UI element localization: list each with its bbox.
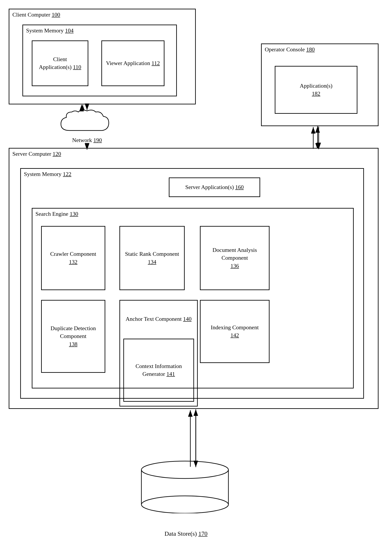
search-engine-box: Search Engine 130 Crawler Component132 S… (32, 208, 354, 388)
client-computer-box: Client Computer 100 System Memory 104 Cl… (9, 9, 196, 104)
document-analysis-component-text: Document Analysis Component136 (201, 246, 269, 270)
svg-point-13 (141, 461, 229, 478)
system-memory-122-box: System Memory 122 Server Application(s) … (20, 168, 364, 399)
context-info-generator-box: Context Information Generator 141 (123, 339, 194, 402)
server-computer-label: Server Computer 120 (12, 151, 61, 157)
system-memory-122-label: System Memory 122 (24, 171, 71, 178)
network-container: Network 190 (57, 109, 117, 144)
server-computer-box: Server Computer 120 System Memory 122 Se… (9, 148, 378, 409)
applications-182-id: 182 (312, 90, 320, 97)
applications-182-box: Application(s)182 (275, 66, 357, 114)
viewer-application-box: Viewer Application 112 (101, 41, 164, 86)
server-computer-id: 120 (53, 151, 61, 157)
server-applications-text: Server Application(s) 160 (185, 184, 244, 190)
svg-point-12 (141, 496, 229, 513)
document-analysis-component-box: Document Analysis Component136 (200, 226, 270, 290)
system-memory-104-box: System Memory 104 ClientApplication(s) 1… (22, 25, 177, 96)
search-engine-label: Search Engine 130 (35, 211, 78, 217)
viewer-application-id: 112 (152, 60, 160, 66)
network-cloud-svg (57, 109, 117, 137)
viewer-application-text: Viewer Application 112 (106, 59, 160, 67)
static-rank-component-id: 134 (148, 259, 156, 265)
anchor-text-component-id: 140 (183, 316, 192, 322)
data-store-id: 170 (198, 530, 208, 537)
data-store-svg (137, 457, 233, 513)
applications-182-text: Application(s)182 (300, 82, 332, 98)
anchor-text-outer-box: Anchor Text Component 140 Context Inform… (119, 300, 198, 407)
client-computer-id: 100 (52, 12, 60, 18)
duplicate-detection-component-box: Duplicate Detection Component138 (41, 300, 105, 373)
indexing-component-box: Indexing Component142 (200, 300, 270, 363)
context-info-generator-text: Context Information Generator 141 (124, 362, 193, 378)
operator-console-label: Operator Console 180 (265, 46, 315, 53)
data-store-label: Data Store(s) 170 (164, 530, 208, 537)
data-store-container: Data Store(s) 170 (137, 457, 235, 526)
client-computer-label: Client Computer 100 (12, 12, 60, 18)
network-id: 190 (93, 137, 102, 143)
system-memory-104-id: 104 (65, 27, 74, 34)
operator-console-id: 180 (306, 46, 315, 53)
system-memory-122-id: 122 (63, 171, 71, 177)
client-application-text: ClientApplication(s) 110 (39, 56, 81, 71)
client-application-box: ClientApplication(s) 110 (32, 41, 88, 86)
anchor-text-label-area: Anchor Text Component 140 (120, 301, 197, 337)
duplicate-detection-component-text: Duplicate Detection Component138 (42, 325, 105, 348)
static-rank-component-box: Static Rank Component134 (119, 226, 185, 290)
server-applications-box: Server Application(s) 160 (169, 178, 260, 197)
client-application-id: 110 (73, 64, 81, 70)
static-rank-component-text: Static Rank Component134 (125, 250, 179, 266)
server-applications-id: 160 (235, 184, 244, 190)
indexing-component-text: Indexing Component142 (211, 324, 259, 339)
network-label: Network 190 (72, 137, 102, 144)
crawler-component-text: Crawler Component132 (50, 250, 96, 266)
crawler-component-box: Crawler Component132 (41, 226, 105, 290)
search-engine-id: 130 (70, 211, 78, 217)
duplicate-detection-component-id: 138 (69, 341, 77, 347)
indexing-component-id: 142 (230, 332, 239, 338)
crawler-component-id: 132 (69, 259, 77, 265)
anchor-text-component-text: Anchor Text Component 140 (125, 315, 191, 323)
document-analysis-component-id: 136 (231, 263, 239, 269)
operator-console-box: Operator Console 180 Application(s)182 (261, 43, 378, 126)
context-info-generator-id: 141 (166, 371, 175, 377)
system-memory-104-label: System Memory 104 (26, 27, 74, 34)
